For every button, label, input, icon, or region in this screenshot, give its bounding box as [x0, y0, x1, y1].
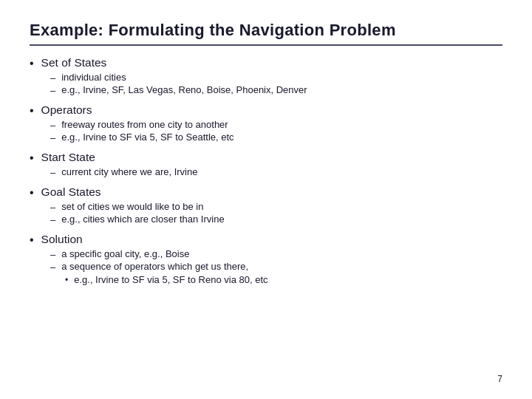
nested-dot-icon: •	[65, 275, 68, 285]
section-operators: • Operators – freeway routes from one ci…	[30, 103, 502, 143]
title-divider	[30, 44, 502, 46]
sub-text: individual cities	[61, 72, 126, 83]
dash-icon: –	[50, 214, 55, 225]
sub-text: set of cities we would like to be in	[61, 201, 203, 212]
sub-item: – individual cities	[50, 72, 502, 83]
sub-item: – a sequence of operators which get us t…	[50, 261, 502, 273]
dash-icon: –	[50, 202, 55, 213]
bullet-dot-2: •	[30, 104, 34, 117]
bullet-dot-3: •	[30, 151, 34, 165]
sub-text: e.g., Irvine, SF, Las Vegas, Reno, Boise…	[61, 84, 307, 95]
sub-text: e.g., Irvine to SF via 5, SF to Seattle,…	[61, 132, 233, 143]
sub-item: – a specific goal city, e.g., Boise	[50, 248, 502, 260]
dash-icon: –	[50, 262, 55, 273]
sub-item: – freeway routes from one city to anothe…	[50, 119, 502, 131]
slide-number: 7	[30, 371, 502, 384]
sub-item: – e.g., Irvine to SF via 5, SF to Seattl…	[50, 132, 502, 143]
nested-text: e.g., Irvine to SF via 5, SF to Reno via…	[74, 274, 267, 285]
section-start-state: • Start State – current city where we ar…	[30, 151, 502, 178]
dash-icon: –	[50, 249, 55, 260]
sub-items-set-of-states: – individual cities – e.g., Irvine, SF, …	[50, 72, 502, 96]
label-set-of-states: Set of States	[41, 56, 107, 69]
bullet-main-goal-states: • Goal States	[30, 185, 502, 200]
nested-sub-items-solution: • e.g., Irvine to SF via 5, SF to Reno v…	[65, 274, 502, 285]
dash-icon: –	[50, 120, 55, 131]
sub-text: e.g., cities which are closer than Irvin…	[61, 214, 224, 225]
bullet-main-start-state: • Start State	[30, 151, 502, 165]
dash-icon: –	[50, 85, 55, 96]
bullet-dot-5: •	[30, 233, 34, 247]
sub-items-goal-states: – set of cities we would like to be in –…	[50, 201, 502, 225]
nested-sub-item: • e.g., Irvine to SF via 5, SF to Reno v…	[65, 274, 502, 285]
section-solution: • Solution – a specific goal city, e.g.,…	[30, 233, 502, 285]
label-goal-states: Goal States	[41, 185, 101, 199]
section-goal-states: • Goal States – set of cities we would l…	[30, 185, 502, 225]
sub-text: a specific goal city, e.g., Boise	[61, 248, 189, 259]
sub-text: current city where we are, Irvine	[61, 166, 197, 177]
label-start-state: Start State	[41, 151, 95, 164]
sub-item: – e.g., Irvine, SF, Las Vegas, Reno, Boi…	[50, 84, 502, 96]
slide-content: • Set of States – individual cities – e.…	[30, 56, 502, 371]
dash-icon: –	[50, 167, 55, 178]
label-operators: Operators	[41, 103, 92, 117]
sub-item: – set of cities we would like to be in	[50, 201, 502, 213]
bullet-main-operators: • Operators	[30, 103, 502, 117]
slide-title: Example: Formulating the Navigation Prob…	[30, 21, 502, 40]
slide: Example: Formulating the Navigation Prob…	[0, 0, 532, 399]
sub-items-start-state: – current city where we are, Irvine	[50, 166, 502, 178]
sub-items-solution: – a specific goal city, e.g., Boise – a …	[50, 248, 502, 285]
dash-icon: –	[50, 72, 55, 83]
bullet-dot-4: •	[30, 186, 34, 200]
bullet-main-solution: • Solution	[30, 233, 502, 247]
sub-item: – current city where we are, Irvine	[50, 166, 502, 178]
sub-text: freeway routes from one city to another	[61, 119, 228, 130]
sub-items-operators: – freeway routes from one city to anothe…	[50, 119, 502, 143]
sub-item: – e.g., cities which are closer than Irv…	[50, 214, 502, 225]
section-set-of-states: • Set of States – individual cities – e.…	[30, 56, 502, 96]
label-solution: Solution	[41, 233, 83, 246]
bullet-main-set-of-states: • Set of States	[30, 56, 502, 70]
bullet-dot-1: •	[30, 57, 34, 70]
dash-icon: –	[50, 132, 55, 143]
sub-text: a sequence of operators which get us the…	[61, 261, 248, 272]
